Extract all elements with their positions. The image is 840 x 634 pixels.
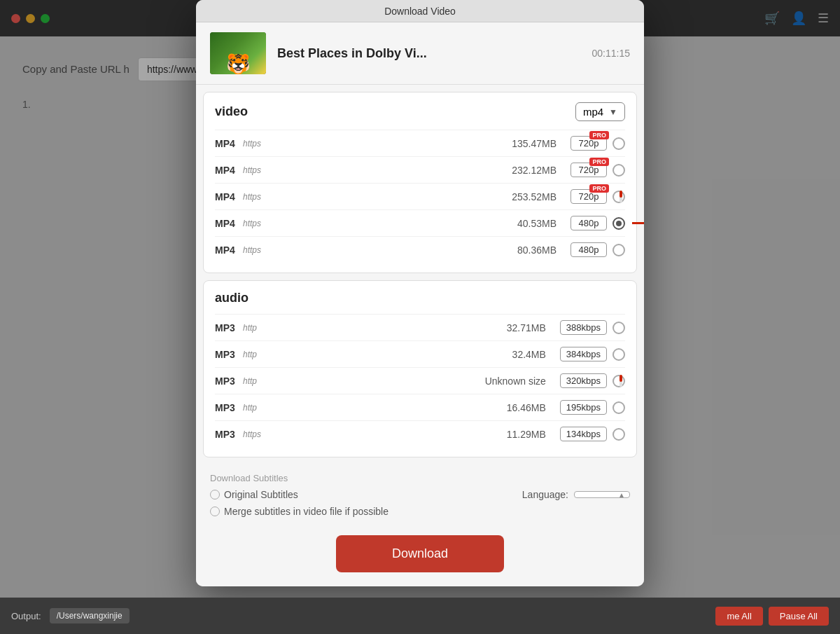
- modal-overlay: Download Video 🐯 Best Places in Dolby Vi…: [0, 0, 840, 634]
- output-label: Output:: [11, 611, 41, 621]
- radio-audio-3[interactable]: [612, 375, 625, 387]
- language-label: Language:: [522, 489, 568, 500]
- protocol-5: https: [243, 245, 268, 255]
- audio-row-2: MP3 http 32.4MB 384kbps: [215, 340, 625, 367]
- original-subtitles-option[interactable]: Original Subtitles: [210, 489, 298, 500]
- video-scrollbar: [620, 191, 622, 202]
- format-name-5: MP4: [215, 244, 237, 256]
- audio-quality-1: 388kbps: [560, 320, 607, 335]
- format-name-2: MP4: [215, 165, 237, 176]
- pro-badge-3: PRO: [589, 184, 609, 193]
- modal-header-info: Best Places in Dolby Vi... 00:11:15: [277, 46, 630, 61]
- quality-badge-4: 480p: [570, 216, 607, 230]
- video-row-3: MP4 https 253.52MB 720p PRO: [215, 183, 625, 209]
- language-select[interactable]: ▲: [574, 491, 630, 498]
- file-size-1: 135.47MB: [274, 138, 565, 149]
- radio-audio-4[interactable]: [612, 401, 625, 414]
- output-path: /Users/wangxinjie: [50, 608, 130, 623]
- video-row-1: MP4 https 135.47MB 720p PRO: [215, 130, 625, 156]
- audio-quality-4: 195kbps: [560, 400, 607, 415]
- file-size-4: 40.53MB: [274, 218, 565, 229]
- audio-quality-2: 384kbps: [560, 347, 607, 361]
- radio-audio-2[interactable]: [612, 348, 625, 361]
- merge-subtitles-option[interactable]: Merge subtitles in video file if possibl…: [210, 506, 630, 517]
- download-button[interactable]: Download: [336, 535, 504, 572]
- merge-subtitle-radio[interactable]: [210, 506, 220, 516]
- audio-size-1: 32.71MB: [274, 322, 554, 333]
- modal-titlebar: Download Video: [196, 0, 644, 22]
- format-name-3: MP4: [215, 191, 237, 202]
- audio-size-5: 11.29MB: [274, 429, 554, 440]
- radio-video-3[interactable]: [612, 191, 625, 203]
- radio-audio-5[interactable]: [612, 428, 625, 441]
- audio-scrollbar-thumb: [620, 375, 622, 382]
- video-section-header: video mp4 ▼: [215, 102, 625, 121]
- quality-badge-2: 720p PRO: [570, 163, 607, 177]
- video-section-title: video: [215, 104, 248, 119]
- radio-video-1[interactable]: [612, 137, 625, 150]
- video-duration: 00:11:15: [592, 48, 631, 59]
- format-select-value: mp4: [583, 106, 603, 118]
- pause-all-button[interactable]: Pause All: [769, 607, 829, 626]
- modal-header: 🐯 Best Places in Dolby Vi... 00:11:15: [196, 22, 644, 85]
- protocol-1: https: [243, 139, 268, 149]
- audio-quality-3: 320kbps: [560, 373, 607, 388]
- format-name-4: MP4: [215, 218, 237, 229]
- language-arrow-icon: ▲: [618, 491, 625, 499]
- protocol-3: https: [243, 192, 268, 202]
- bottom-buttons: me All Pause All: [715, 607, 829, 626]
- audio-row-5: MP3 https 11.29MB 134kbps: [215, 420, 625, 447]
- protocol-4: https: [243, 219, 268, 228]
- audio-section-title: audio: [215, 291, 248, 305]
- file-size-2: 232.12MB: [274, 165, 565, 176]
- audio-section: audio MP3 http 32.71MB 388kbps MP3 http …: [203, 280, 637, 457]
- audio-protocol-2: http: [243, 350, 268, 359]
- audio-row-4: MP3 http 16.46MB 195kbps: [215, 394, 625, 420]
- video-title: Best Places in Dolby Vi...: [277, 46, 427, 61]
- format-select[interactable]: mp4 ▼: [575, 102, 625, 121]
- audio-format-3: MP3: [215, 375, 237, 387]
- audio-format-5: MP3: [215, 429, 237, 440]
- original-subtitle-radio[interactable]: [210, 490, 220, 499]
- arrow-indicator: [632, 217, 644, 230]
- file-size-5: 80.36MB: [274, 244, 565, 256]
- video-section: video mp4 ▼ MP4 https 135.47MB 720p PRO: [203, 92, 637, 273]
- audio-section-header: audio: [215, 291, 625, 305]
- radio-video-5[interactable]: [612, 244, 625, 256]
- pro-badge-1: PRO: [589, 131, 609, 139]
- tiger-icon: 🐯: [226, 55, 251, 74]
- radio-video-2[interactable]: [612, 164, 625, 177]
- format-name-1: MP4: [215, 138, 237, 149]
- audio-format-2: MP3: [215, 349, 237, 360]
- arrow-shaft: [632, 222, 644, 224]
- thumbnail-image: 🐯: [210, 32, 266, 74]
- radio-audio-1[interactable]: [612, 322, 625, 334]
- radio-video-4[interactable]: [612, 217, 625, 230]
- video-row-2: MP4 https 232.12MB 720p PRO: [215, 156, 625, 183]
- audio-size-4: 16.46MB: [274, 402, 554, 413]
- video-row-4: MP4 https 40.53MB 480p: [215, 209, 625, 236]
- merge-subtitles-label: Merge subtitles in video file if possibl…: [224, 506, 388, 517]
- pro-badge-2: PRO: [589, 158, 609, 166]
- resume-all-button[interactable]: me All: [715, 607, 762, 626]
- protocol-2: https: [243, 165, 268, 175]
- audio-row-3: MP3 http Unknown size 320kbps: [215, 367, 625, 394]
- audio-size-3: Unknown size: [274, 375, 554, 387]
- bottom-bar: Output: /Users/wangxinjie me All Pause A…: [0, 598, 840, 634]
- video-thumbnail: 🐯: [210, 32, 266, 74]
- audio-protocol-1: http: [243, 323, 268, 333]
- subtitles-label: Download Subtitles: [210, 473, 630, 483]
- audio-protocol-5: https: [243, 429, 268, 439]
- quality-badge-3: 720p PRO: [570, 189, 607, 204]
- quality-badge-1: 720p PRO: [570, 136, 607, 151]
- language-section: Language: ▲: [522, 489, 630, 500]
- audio-protocol-4: http: [243, 403, 268, 413]
- audio-format-4: MP3: [215, 402, 237, 413]
- audio-protocol-3: http: [243, 376, 268, 386]
- audio-format-1: MP3: [215, 322, 237, 333]
- audio-size-2: 32.4MB: [274, 349, 554, 360]
- audio-scrollbar: [620, 375, 622, 387]
- modal-title: Download Video: [384, 6, 456, 17]
- video-row-5: MP4 https 80.36MB 480p: [215, 236, 625, 263]
- download-modal: Download Video 🐯 Best Places in Dolby Vi…: [196, 0, 644, 586]
